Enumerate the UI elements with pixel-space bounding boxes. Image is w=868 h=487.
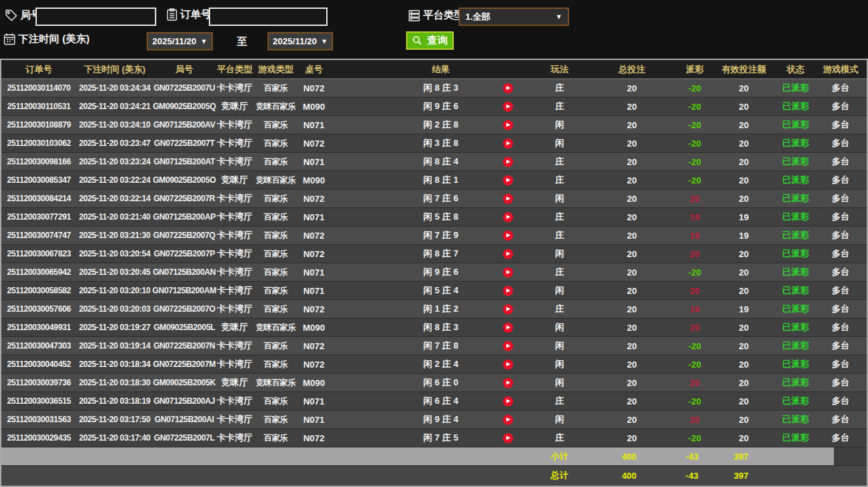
table-row: 2511200300404522025-11-20 03:18:34GN0722…: [1, 355, 867, 374]
cell-status: 已派彩: [778, 134, 813, 152]
column-header-table-no: 桌号: [298, 60, 330, 78]
cell-valid-bet: 20: [710, 153, 778, 171]
cell-bet-time: 2025-11-20 03:23:24: [76, 153, 153, 171]
cell-mode: 多台: [813, 263, 868, 281]
cell-mode: 多台: [813, 245, 868, 263]
cell-round-id: GN07125B200AP: [153, 208, 216, 226]
cell-spacer: [330, 411, 401, 428]
platform-select[interactable]: 1.全部 ▼: [459, 8, 569, 26]
round-input[interactable]: [35, 8, 156, 26]
cell-mode: 多台: [813, 153, 868, 171]
tag-icon: [5, 9, 18, 22]
replay-button[interactable]: [503, 415, 513, 425]
cell-order-id: 251120030074747: [1, 226, 76, 244]
cell-spacer: [330, 392, 401, 410]
table-body: 2511200301140702025-11-20 03:24:34GN0722…: [1, 79, 867, 447]
betting-records-screen: 局号 订单号 平台类型 1.全部 ▼ 下注时间 (美东) 20: [0, 0, 868, 487]
column-header-mode: 游戏模式: [813, 60, 868, 78]
cell-order-id: 251120030103062: [1, 134, 76, 152]
replay-button[interactable]: [503, 157, 513, 167]
cell-round-id: GN07225B2007L: [153, 429, 216, 447]
cell-table-no: N071: [298, 282, 330, 299]
cell-play: 庄: [535, 153, 584, 171]
date-from-picker[interactable]: 2025/11/20 ▼: [147, 32, 213, 50]
cell-result: 闲 2 庄 8: [401, 116, 480, 134]
cell-total-bet: 20: [584, 355, 680, 373]
replay-button[interactable]: [503, 286, 513, 296]
replay-button[interactable]: [503, 323, 513, 333]
date-to-picker[interactable]: 2025/11/20 ▼: [267, 32, 333, 50]
cell-order-id: 251120030039736: [1, 374, 76, 392]
order-filter-label: 订单号: [180, 8, 211, 21]
cell-payout: -20: [680, 153, 710, 171]
cell-play: 庄: [535, 300, 584, 318]
search-button[interactable]: 查询: [406, 31, 454, 50]
replay-button[interactable]: [503, 231, 513, 241]
bet-time-filter-label: 下注时间 (美东): [18, 33, 89, 46]
cell-status: 已派彩: [778, 282, 813, 299]
cell-round-id: GN07125B200AM: [153, 282, 216, 299]
cell-payout: -20: [680, 392, 710, 410]
cell-play: 庄: [535, 171, 584, 189]
cell-order-id: 251120030029435: [1, 429, 76, 447]
cell-play: 闲: [535, 411, 584, 428]
cell-status: 已派彩: [778, 429, 813, 447]
replay-button[interactable]: [503, 249, 513, 259]
replay-button[interactable]: [503, 304, 513, 314]
cell-valid-bet: 20: [710, 245, 778, 263]
cell-play: 庄: [535, 429, 584, 447]
replay-button[interactable]: [503, 138, 513, 149]
cell-bet-time: 2025-11-20 03:21:30: [76, 226, 153, 244]
column-header-replay: [480, 60, 535, 78]
replay-button[interactable]: [503, 83, 513, 93]
cell-result: 闲 9 庄 4: [401, 411, 480, 428]
chevron-down-icon: ▼: [555, 13, 562, 20]
table-row: 2511200300678232025-11-20 03:20:54GN0722…: [1, 245, 867, 263]
cell-status: 已派彩: [778, 263, 813, 281]
cell-valid-bet: 20: [710, 392, 778, 410]
replay-button[interactable]: [503, 359, 513, 370]
cell-play: 庄: [535, 263, 584, 281]
cell-platform: 卡卡湾厅: [216, 282, 254, 299]
cell-total-bet: 20: [584, 392, 680, 410]
replay-button[interactable]: [503, 194, 513, 204]
replay-button[interactable]: [503, 267, 513, 278]
order-input[interactable]: [209, 8, 328, 26]
cell-status: 已派彩: [778, 411, 813, 428]
cell-spacer: [330, 355, 401, 373]
cell-spacer: [330, 300, 401, 318]
cell-replay: [480, 153, 535, 171]
replay-button[interactable]: [503, 120, 513, 130]
search-button-label: 查询: [427, 34, 448, 47]
cell-mode: 多台: [813, 392, 868, 410]
cell-bet-time: 2025-11-20 03:24:21: [76, 98, 153, 115]
cell-replay: [480, 337, 535, 355]
cell-spacer: [330, 263, 401, 281]
cell-replay: [480, 319, 535, 336]
cell-valid-bet: 20: [710, 79, 778, 97]
cell-table-no: N072: [298, 245, 330, 263]
cell-status: 已派彩: [778, 337, 813, 355]
cell-table-no: M090: [298, 98, 330, 115]
cell-game-type: 竞咪百家乐: [254, 319, 298, 336]
cell-result: 闲 7 庄 9: [401, 226, 480, 244]
replay-button[interactable]: [503, 433, 513, 443]
cell-payout: -20: [680, 337, 710, 355]
cell-game-type: 竞咪百家乐: [254, 171, 298, 189]
replay-button[interactable]: [503, 396, 513, 407]
cell-table-no: N072: [298, 79, 330, 97]
cell-valid-bet: 20: [710, 171, 778, 189]
cell-table-no: N072: [298, 134, 330, 152]
replay-button[interactable]: [503, 175, 513, 186]
replay-button[interactable]: [503, 102, 513, 112]
cell-platform: 卡卡湾厅: [216, 245, 254, 263]
replay-button[interactable]: [503, 378, 513, 388]
replay-button[interactable]: [503, 341, 513, 351]
column-header-platform: 平台类型: [216, 60, 254, 78]
cell-table-no: N071: [298, 116, 330, 134]
cell-result: 闲 2 庄 4: [401, 355, 480, 373]
column-header-bet-time: 下注时间 (美东): [76, 60, 153, 78]
cell-play: 庄: [535, 79, 584, 97]
cell-payout: 20: [680, 374, 710, 392]
replay-button[interactable]: [503, 212, 513, 222]
